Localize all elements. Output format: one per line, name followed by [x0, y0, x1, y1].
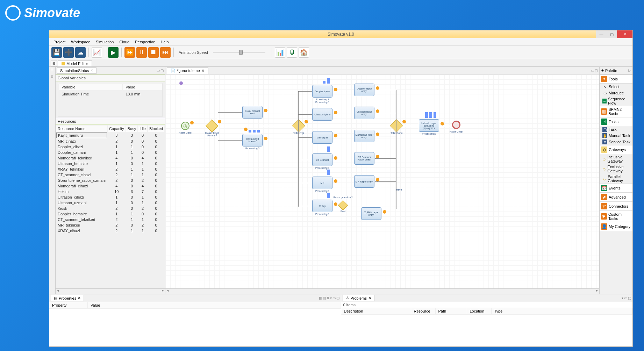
home-button[interactable]: 🏠 — [299, 47, 309, 58]
palette-item-manual-task[interactable]: ✋Manual Task — [600, 132, 632, 139]
table-row[interactable]: Ultrason_hemsire1010 — [56, 161, 164, 166]
gutter-icon[interactable]: ⊞ — [49, 74, 55, 79]
table-row[interactable]: Mamografi_cihazi4040 — [56, 184, 164, 188]
table-row[interactable]: Doppler_uzmani1100 — [56, 150, 164, 155]
gutter-icon[interactable]: ☰ — [49, 67, 55, 73]
minimize-icon[interactable]: ▭ — [157, 69, 160, 72]
toolbar-icon[interactable]: ▤ — [323, 296, 326, 300]
maximize-icon[interactable]: ▢ — [628, 296, 631, 300]
animation-speed-slider[interactable] — [213, 52, 265, 53]
close-button[interactable]: ✕ — [617, 30, 632, 38]
palette-cat-tasks[interactable]: ☑Tasks — [600, 117, 632, 126]
start-event[interactable] — [181, 122, 189, 130]
task-ct-scanner[interactable]: CT Scanner — [312, 153, 332, 166]
task-mamografi[interactable]: Mamografi — [312, 131, 332, 144]
palette-item-seqflow[interactable]: →Sequence Flow — [600, 96, 632, 106]
minimize-button[interactable]: — — [596, 30, 607, 38]
table-row[interactable]: Doppler_cihazi1100 — [56, 144, 164, 149]
perspective-icon[interactable]: ⊞ — [51, 60, 57, 66]
task-mamografi-rapor[interactable]: Mamografi rapor onayı — [354, 130, 374, 142]
diagram-canvas[interactable]: Hasta Gelişi Kiosk? Kayıt Uzmanı? Kiosk … — [165, 74, 599, 288]
tab-problems[interactable]: ⚠Problems✕ — [343, 295, 374, 301]
tab-properties[interactable]: ▤Properties✕ — [51, 295, 84, 301]
close-icon[interactable]: ✕ — [91, 69, 93, 72]
minimize-icon[interactable]: ▭ — [591, 69, 594, 72]
table-row[interactable]: XRAY_teknikeri2110 — [56, 167, 164, 172]
palette-item-task[interactable]: ▢Task — [600, 126, 632, 132]
palette-cat-advanced[interactable]: ⬈Advanced — [600, 193, 632, 202]
table-row[interactable]: MR_teknikeri2020 — [56, 223, 164, 228]
palette-item-select[interactable]: ↖Select — [600, 84, 632, 90]
gateway-rapor-gerekli[interactable] — [338, 200, 348, 210]
toolbar-icon[interactable]: ▦ — [319, 296, 322, 300]
step-button[interactable]: ⏭ — [160, 47, 171, 58]
menu-project[interactable]: Project — [51, 39, 68, 45]
tab-model-editor[interactable]: Model Editor — [58, 60, 92, 66]
canvas-scrollbar[interactable] — [165, 288, 599, 294]
table-row[interactable]: Ultrason_cihazi1010 — [56, 195, 164, 200]
menu-simulation[interactable]: Simulation — [93, 39, 116, 45]
palette-cat-tools[interactable]: ✦Tools — [600, 74, 632, 84]
palette-item-service-task[interactable]: ⚙Service Task — [600, 139, 632, 145]
minimize-icon[interactable]: ▭ — [624, 296, 627, 300]
close-icon[interactable]: ✕ — [78, 296, 81, 300]
fast-forward-button[interactable]: ⏩ — [124, 47, 135, 58]
toolbar-icon[interactable]: ▾ — [622, 296, 623, 300]
table-row[interactable]: Goruntuleme_rapor_uzmani2020 — [56, 178, 164, 183]
pause-button[interactable]: ⏸ — [136, 47, 147, 58]
menu-help[interactable]: Help — [158, 39, 172, 45]
table-row[interactable]: Kiosk2020 — [56, 206, 164, 211]
table-row[interactable]: Mamografi_teknikeri4040 — [56, 156, 164, 160]
maximize-icon[interactable]: ▢ — [595, 69, 598, 72]
palette-cat-mycategory[interactable]: 👤My Category — [600, 222, 632, 231]
gateway-kiosk[interactable] — [206, 120, 219, 132]
table-row[interactable]: Kayit_memuru3300 — [56, 132, 164, 138]
maximize-button[interactable]: ▢ — [607, 30, 617, 38]
table-row[interactable]: Hekim10370 — [56, 189, 164, 194]
task-ultrason-rapor[interactable]: Ultrason rapor onayı — [354, 107, 374, 119]
horizontal-scrollbar[interactable] — [56, 288, 165, 294]
tab-simulation-status[interactable]: SimulationStatus ✕ — [57, 67, 96, 74]
palette-item-exclusive-gw[interactable]: ◇Exclusive Gateway — [600, 164, 632, 174]
maximize-icon[interactable]: ▢ — [336, 296, 339, 300]
save-button[interactable]: 💾 — [51, 47, 62, 58]
task-doppler[interactable]: Doppler işlemi — [312, 85, 332, 98]
task-hasta-kayit[interactable]: Hasta Kayıt Masası — [242, 134, 263, 146]
new-button[interactable]: ➕ — [63, 47, 74, 58]
task-mr[interactable]: MR — [312, 177, 332, 189]
table-row[interactable]: CT_scanner_teknikeri2110 — [56, 217, 164, 222]
palette-cat-events[interactable]: 📅Events — [600, 184, 632, 193]
gateway-tetkik-sonu[interactable] — [390, 120, 403, 132]
task-xray[interactable]: X-Ray — [312, 200, 332, 212]
toolbar-icon[interactable]: ▾ — [330, 296, 332, 300]
database-button[interactable]: 🛢 — [287, 47, 297, 58]
table-row[interactable]: MR_cihazi2000 — [56, 139, 164, 144]
cloud-button[interactable]: ☁ — [75, 47, 86, 58]
close-icon[interactable]: ✕ — [201, 69, 205, 73]
report-button[interactable]: 📊 — [275, 47, 285, 58]
menu-cloud[interactable]: Cloud — [116, 39, 132, 45]
titlebar[interactable]: Simovate v1.0 — ▢ ✕ — [49, 30, 632, 38]
task-ct-rapor[interactable]: CT Scanner Rapor onayı — [354, 152, 374, 165]
chart-button[interactable]: 📈 — [92, 47, 102, 58]
palette-item-parallel-gw[interactable]: ◇Parallel Gateway — [600, 174, 632, 184]
table-row[interactable]: XRAY_cihazi2110 — [56, 228, 164, 233]
task-kiosk-manual[interactable]: Kiosk manuel kayıt — [242, 106, 263, 119]
stop-button[interactable]: ⏹ — [148, 47, 159, 58]
palette-cat-connectors[interactable]: ⇄Connectors — [600, 202, 632, 211]
task-xray-rapor[interactable]: X_RAY rapor onayı — [361, 207, 381, 220]
chevron-right-icon[interactable]: ▷ — [628, 69, 631, 72]
minimize-icon[interactable]: ▭ — [332, 296, 336, 300]
maximize-icon[interactable]: ▢ — [160, 69, 164, 72]
palette-cat-bpmn[interactable]: ▦BPMN2 Basic — [600, 106, 632, 117]
task-doppler-rapor[interactable]: Doppler rapor onayı — [354, 84, 374, 96]
table-row[interactable]: CT_scanner_cihazi2110 — [56, 172, 164, 177]
toolbar-icon[interactable]: ⇅ — [327, 296, 329, 300]
close-icon[interactable]: ✕ — [368, 296, 371, 300]
play-button[interactable]: ▶ — [108, 47, 119, 58]
palette-item-inclusive-gw[interactable]: ◇Inclusive Gateway — [600, 154, 632, 164]
palette-cat-gateways[interactable]: ◇Gateways — [600, 145, 632, 154]
end-event[interactable] — [452, 121, 460, 129]
table-row[interactable]: Ultrason_uzmani1010 — [56, 200, 164, 205]
tab-diagram[interactable]: 📄*goruntuleme ✕ — [167, 67, 208, 74]
